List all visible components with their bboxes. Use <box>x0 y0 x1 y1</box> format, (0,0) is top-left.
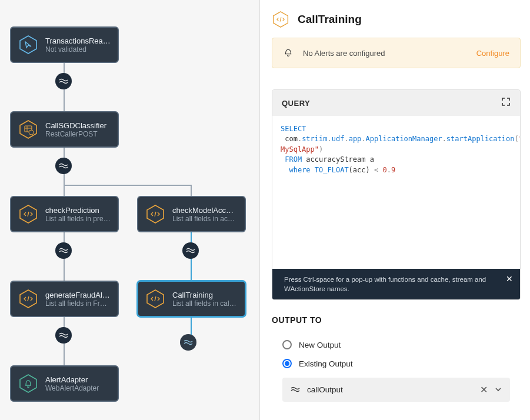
query-panel: QUERY SELECT com.striim.udf.app.Applicat… <box>272 89 521 300</box>
query-editor[interactable]: SELECT com.striim.udf.app.ApplicationMan… <box>272 116 520 269</box>
stream-icon <box>291 385 300 395</box>
alerts-message: No Alerts are configured <box>303 49 467 58</box>
code-icon <box>272 11 289 28</box>
node-alert-adapter[interactable]: AlertAdapter WebAlertAdapter <box>10 365 119 402</box>
svg-marker-10 <box>20 375 36 392</box>
node-check-prediction[interactable]: checkPrediction List all fields in predS… <box>10 196 119 232</box>
radio-icon <box>282 340 292 349</box>
expand-icon[interactable] <box>501 97 511 109</box>
code-icon <box>145 289 165 309</box>
close-icon[interactable]: ✕ <box>506 274 513 285</box>
chevron-down-icon[interactable] <box>495 385 502 395</box>
page-title: CallTraining <box>298 13 362 26</box>
node-subtitle: List all fields in accurac… <box>172 215 238 223</box>
query-hint: Press Ctrl-space for a pop-up with funct… <box>272 269 520 299</box>
detail-panel: CallTraining No Alerts are configured Co… <box>259 0 530 420</box>
alerts-bar: No Alerts are configured Configure <box>272 38 521 68</box>
stream-icon[interactable] <box>55 242 72 259</box>
flow-canvas[interactable]: TransactionsReader Not validated CallSGD… <box>0 0 259 420</box>
svg-marker-0 <box>20 36 36 54</box>
svg-marker-1 <box>20 121 36 138</box>
node-title: AlertAdapter <box>45 375 111 384</box>
node-subtitle: List all fields in callOutput <box>172 299 238 308</box>
grid-icon <box>18 119 38 139</box>
stream-icon[interactable] <box>180 334 196 351</box>
output-select[interactable]: callOutput ✕ <box>282 378 510 402</box>
output-heading: OUTPUT TO <box>272 315 521 325</box>
svg-point-5 <box>29 130 34 135</box>
query-label: QUERY <box>282 99 310 108</box>
radio-label: Existing Output <box>299 359 353 368</box>
node-title: TransactionsReader <box>45 36 111 45</box>
output-selected-value: callOutput <box>307 385 473 394</box>
node-title: generateFraudAlert <box>45 291 111 299</box>
radio-icon <box>282 359 292 368</box>
code-icon <box>145 204 165 224</box>
bell-icon <box>283 46 294 59</box>
radio-new-output[interactable]: New Output <box>272 335 521 354</box>
bell-icon <box>18 374 38 394</box>
code-icon <box>18 289 38 309</box>
stream-icon[interactable] <box>55 158 72 174</box>
node-generate-fraud-alert[interactable]: generateFraudAlert List all fields in Fr… <box>10 281 119 317</box>
node-call-training[interactable]: CallTraining List all fields in callOutp… <box>137 281 246 317</box>
node-transactions-reader[interactable]: TransactionsReader Not validated <box>10 26 119 63</box>
node-title: CallSGDClassifier <box>45 121 111 130</box>
node-title: checkPrediction <box>45 206 111 215</box>
node-title: checkModelAccuracy <box>172 206 238 215</box>
node-check-accuracy[interactable]: checkModelAccuracy List all fields in ac… <box>137 196 246 232</box>
node-sgd-classifier[interactable]: CallSGDClassifier RestCallerPOST <box>10 111 119 148</box>
node-title: CallTraining <box>172 291 238 299</box>
output-section: OUTPUT TO New Output Existing Output cal… <box>272 315 521 402</box>
node-subtitle: RestCallerPOST <box>45 130 111 138</box>
node-subtitle: List all fields in predStr… <box>45 215 111 223</box>
stream-icon[interactable] <box>55 327 72 344</box>
radio-label: New Output <box>299 341 341 349</box>
node-subtitle: List all fields in FraudAl… <box>45 299 111 308</box>
radio-existing-output[interactable]: Existing Output <box>272 354 521 373</box>
code-icon <box>18 204 38 224</box>
stream-icon[interactable] <box>55 73 72 89</box>
node-subtitle: Not validated <box>45 45 111 54</box>
clear-icon[interactable]: ✕ <box>480 384 488 395</box>
stream-icon[interactable] <box>182 242 199 259</box>
node-subtitle: WebAlertAdapter <box>45 384 111 392</box>
cursor-icon <box>18 35 38 55</box>
configure-alerts-link[interactable]: Configure <box>476 49 509 58</box>
